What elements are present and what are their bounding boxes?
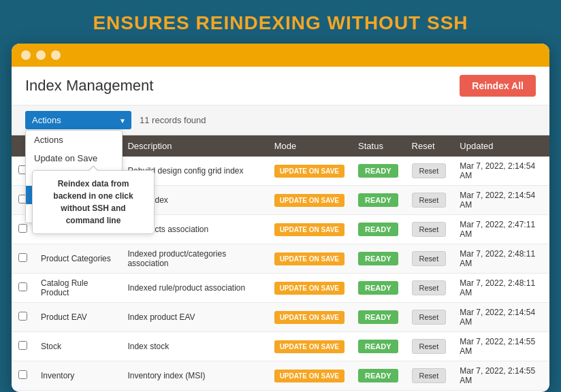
row-checkbox[interactable] [18, 370, 27, 379]
reset-button[interactable]: Reset [412, 280, 447, 295]
update-on-save-button[interactable]: UPDATE ON SAVE [274, 223, 344, 236]
row-description: Indexed product/categories association [121, 244, 267, 274]
actions-select[interactable]: Actions Update on Save Update by Schedul… [25, 111, 131, 129]
row-checkbox-cell [12, 361, 34, 391]
table-row: Product EAV Index product EAV UPDATE ON … [12, 303, 549, 332]
row-status: READY [351, 303, 405, 332]
row-updated: Mar 7, 2022, 2:48:11 AM [453, 244, 549, 274]
update-on-save-button[interactable]: UPDATE ON SAVE [274, 340, 344, 353]
status-ready-button[interactable]: READY [358, 252, 398, 265]
row-checkbox-cell [12, 332, 34, 361]
table-row: Stock Index stock UPDATE ON SAVE READY R… [12, 332, 549, 361]
row-reset: Reset [405, 215, 453, 244]
reset-button[interactable]: Reset [412, 222, 447, 237]
row-checkbox[interactable] [18, 341, 27, 350]
page-header: Index Management Reindex All [12, 67, 549, 105]
row-mode: UPDATE ON SAVE [268, 274, 351, 303]
row-updated: Mar 7, 2022, 2:47:11 AM [453, 215, 549, 244]
row-checkbox[interactable] [18, 224, 27, 233]
row-updated: Mar 7, 2022, 2:14:54 AM [453, 186, 549, 215]
tooltip-box: Reindex data from backend in one click w… [32, 170, 155, 234]
col-description: Description [121, 135, 267, 157]
row-status: READY [351, 157, 405, 186]
row-mode: UPDATE ON SAVE [268, 157, 351, 186]
row-reset: Reset [405, 244, 453, 274]
toolbar: Actions Update on Save Update by Schedul… [12, 105, 549, 135]
col-mode: Mode [268, 135, 351, 157]
row-status: READY [351, 186, 405, 215]
status-ready-button[interactable]: READY [358, 193, 398, 207]
update-on-save-button[interactable]: UPDATE ON SAVE [274, 194, 344, 207]
update-on-save-button[interactable]: UPDATE ON SAVE [274, 282, 344, 295]
row-mode: UPDATE ON SAVE [268, 244, 351, 274]
dropdown-item-update-save[interactable]: Update on Save [26, 149, 122, 167]
row-status: READY [351, 361, 405, 391]
row-status: READY [351, 332, 405, 361]
row-checkbox-cell [12, 274, 34, 303]
tooltip-text: Reindex data from backend in one click w… [53, 179, 133, 225]
row-indexer: Stock [34, 332, 121, 361]
row-checkbox[interactable] [18, 253, 27, 262]
reset-button[interactable]: Reset [412, 310, 447, 325]
row-reset: Reset [405, 303, 453, 332]
status-ready-button[interactable]: READY [358, 369, 398, 382]
reset-button[interactable]: Reset [412, 251, 447, 266]
status-ready-button[interactable]: READY [358, 223, 398, 236]
row-updated: Mar 7, 2022, 2:14:55 AM [453, 361, 549, 391]
status-ready-button[interactable]: READY [358, 164, 398, 178]
row-description: Index stock [121, 332, 267, 361]
status-ready-button[interactable]: READY [358, 310, 398, 324]
update-on-save-button[interactable]: UPDATE ON SAVE [274, 311, 344, 324]
browser-dot-2 [36, 50, 46, 60]
page-title: Index Management [25, 77, 153, 95]
table-row: Inventory Inventory index (MSI) UPDATE O… [12, 361, 549, 391]
col-status: Status [351, 135, 405, 157]
reset-button[interactable]: Reset [412, 193, 447, 208]
row-mode: UPDATE ON SAVE [268, 361, 351, 391]
page-banner: ENSURES REINDEXING WITHOUT SSH [93, 0, 468, 44]
row-updated: Mar 7, 2022, 2:14:54 AM [453, 157, 549, 186]
row-mode: UPDATE ON SAVE [268, 332, 351, 361]
row-indexer: Product Categories [34, 244, 121, 274]
reset-button[interactable]: Reset [412, 339, 447, 354]
table-row: Catalog Rule Product Indexed rule/produc… [12, 274, 549, 303]
row-reset: Reset [405, 274, 453, 303]
row-checkbox-cell [12, 244, 34, 274]
row-description: Index product EAV [121, 303, 267, 332]
row-checkbox[interactable] [18, 282, 27, 291]
row-status: READY [351, 215, 405, 244]
reset-button[interactable]: Reset [412, 368, 447, 383]
update-on-save-button[interactable]: UPDATE ON SAVE [274, 370, 344, 382]
actions-wrapper: Actions Update on Save Update by Schedul… [25, 111, 131, 129]
row-checkbox-cell [12, 303, 34, 332]
row-reset: Reset [405, 186, 453, 215]
table-row: Product Categories Indexed product/categ… [12, 244, 549, 274]
update-on-save-button[interactable]: UPDATE ON SAVE [274, 252, 344, 265]
status-ready-button[interactable]: READY [358, 340, 398, 353]
update-on-save-button[interactable]: UPDATE ON SAVE [274, 165, 344, 178]
browser-window: Index Management Reindex All Actions Upd… [12, 44, 549, 392]
records-count: 11 records found [140, 115, 206, 125]
row-indexer: Product EAV [34, 303, 121, 332]
browser-dot-1 [21, 50, 31, 60]
row-reset: Reset [405, 157, 453, 186]
row-mode: UPDATE ON SAVE [268, 186, 351, 215]
reindex-all-button[interactable]: Reindex All [460, 75, 536, 97]
col-reset: Reset [405, 135, 453, 157]
row-mode: UPDATE ON SAVE [268, 303, 351, 332]
row-description: Inventory index (MSI) [121, 361, 267, 391]
dropdown-item-actions[interactable]: Actions [26, 131, 122, 149]
row-updated: Mar 7, 2022, 2:14:54 AM [453, 303, 549, 332]
row-indexer: Catalog Rule Product [34, 274, 121, 303]
status-ready-button[interactable]: READY [358, 281, 398, 295]
row-updated: Mar 7, 2022, 2:14:55 AM [453, 332, 549, 361]
row-status: READY [351, 274, 405, 303]
browser-dot-3 [51, 50, 61, 60]
row-indexer: Inventory [34, 361, 121, 391]
row-reset: Reset [405, 332, 453, 361]
row-mode: UPDATE ON SAVE [268, 215, 351, 244]
col-updated: Updated [453, 135, 549, 157]
banner-title: ENSURES REINDEXING WITHOUT SSH [93, 0, 468, 44]
reset-button[interactable]: Reset [412, 163, 447, 178]
row-checkbox[interactable] [18, 312, 27, 321]
